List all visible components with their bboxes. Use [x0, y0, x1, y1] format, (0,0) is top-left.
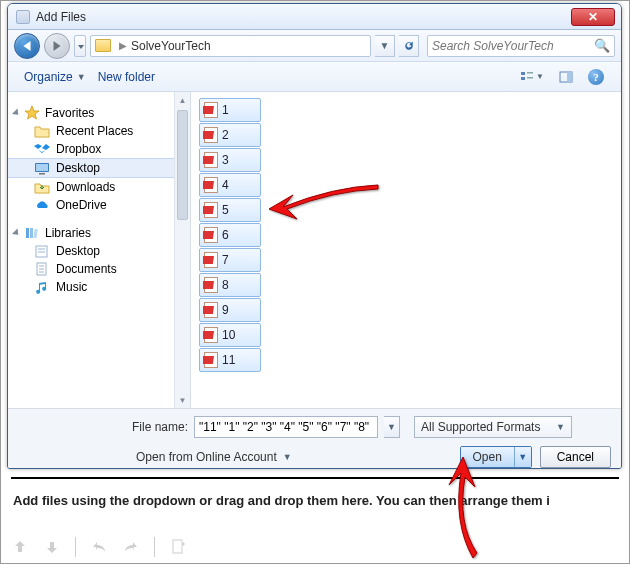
documents-icon	[34, 262, 50, 276]
separator	[75, 537, 76, 557]
folder-icon	[34, 124, 50, 138]
titlebar[interactable]: Add Files ✕	[8, 4, 621, 30]
nav-back-button[interactable]	[14, 33, 40, 59]
file-item[interactable]: 11	[199, 348, 261, 372]
pdf-icon	[204, 277, 218, 293]
file-item[interactable]: 2	[199, 123, 261, 147]
tree-item-label: Music	[56, 280, 87, 294]
pdf-icon	[204, 352, 218, 368]
preview-pane-icon	[559, 70, 573, 84]
help-button[interactable]: ?	[581, 66, 611, 88]
refresh-button[interactable]	[399, 35, 419, 57]
undo-icon	[90, 538, 108, 556]
tree-item-recent-places[interactable]: Recent Places	[8, 122, 190, 140]
nav-forward-button[interactable]	[44, 33, 70, 59]
cancel-button[interactable]: Cancel	[540, 446, 611, 468]
scroll-down-icon[interactable]: ▼	[175, 392, 190, 408]
tree-item-lib-desktop[interactable]: Desktop	[8, 242, 190, 260]
address-dropdown[interactable]: ▼	[375, 35, 395, 57]
organize-label: Organize	[24, 70, 73, 84]
scroll-thumb[interactable]	[177, 110, 188, 220]
svg-rect-6	[567, 72, 572, 82]
tree-item-downloads[interactable]: Downloads	[8, 178, 190, 196]
file-item[interactable]: 8	[199, 273, 261, 297]
file-item[interactable]: 6	[199, 223, 261, 247]
svg-rect-1	[521, 72, 525, 75]
pdf-icon	[204, 252, 218, 268]
instruction-text: Add files using the dropdown or drag and…	[13, 493, 550, 508]
nav-tree[interactable]: Favorites Recent Places Dropbox Desktop …	[8, 92, 191, 408]
tree-favorites-header[interactable]: Favorites	[8, 104, 190, 122]
dropbox-icon	[34, 142, 50, 156]
close-button[interactable]: ✕	[571, 8, 615, 26]
tree-item-label: Documents	[56, 262, 117, 276]
file-item[interactable]: 5	[199, 198, 261, 222]
pdf-icon	[204, 302, 218, 318]
address-bar[interactable]: ▶ SolveYourTech	[90, 35, 371, 57]
pdf-icon	[204, 327, 218, 343]
file-item[interactable]: 3	[199, 148, 261, 172]
svg-rect-11	[30, 228, 33, 238]
tree-item-dropbox[interactable]: Dropbox	[8, 140, 190, 158]
tree-scrollbar[interactable]: ▲ ▼	[174, 92, 190, 408]
nav-history-dropdown[interactable]	[74, 35, 86, 57]
new-folder-button[interactable]: New folder	[92, 66, 161, 88]
tree-item-lib-music[interactable]: Music	[8, 278, 190, 296]
tree-libraries-header[interactable]: Libraries	[8, 224, 190, 242]
chevron-down-icon: ▼	[556, 422, 565, 432]
open-button[interactable]: Open ▼	[460, 446, 532, 468]
libraries-label: Libraries	[45, 226, 91, 240]
tree-item-lib-documents[interactable]: Documents	[8, 260, 190, 278]
file-item[interactable]: 1	[199, 98, 261, 122]
open-split-dropdown[interactable]: ▼	[515, 447, 531, 467]
view-menu[interactable]: ▼	[513, 66, 551, 88]
search-input[interactable]	[432, 39, 592, 53]
file-list-pane[interactable]: 1234567891011	[191, 92, 621, 408]
filter-label: All Supported Formats	[421, 420, 540, 434]
filename-history-dropdown[interactable]: ▼	[384, 416, 400, 438]
open-label: Open	[472, 450, 501, 464]
chevron-down-icon: ▼	[77, 72, 86, 82]
help-icon: ?	[588, 69, 604, 85]
dialog-bottom: File name: ▼ All Supported Formats ▼ Ope…	[8, 408, 621, 468]
scroll-up-icon[interactable]: ▲	[175, 92, 190, 108]
organize-menu[interactable]: Organize ▼	[18, 66, 92, 88]
file-item[interactable]: 9	[199, 298, 261, 322]
tree-item-desktop[interactable]: Desktop	[8, 158, 190, 178]
file-item[interactable]: 10	[199, 323, 261, 347]
file-name: 2	[222, 128, 229, 142]
svg-rect-12	[33, 229, 37, 238]
svg-rect-10	[26, 228, 29, 238]
file-name: 11	[222, 353, 235, 367]
file-item[interactable]: 7	[199, 248, 261, 272]
file-type-filter[interactable]: All Supported Formats ▼	[414, 416, 572, 438]
filename-label: File name:	[18, 420, 188, 434]
svg-rect-4	[527, 77, 533, 79]
online-label: Open from Online Account	[136, 450, 277, 464]
tree-item-label: OneDrive	[56, 198, 107, 212]
download-icon	[43, 538, 61, 556]
file-name: 5	[222, 203, 229, 217]
open-online-account[interactable]: Open from Online Account ▼	[136, 450, 292, 464]
search-box[interactable]: 🔍	[427, 35, 615, 57]
file-name: 3	[222, 153, 229, 167]
host-toolbar	[11, 537, 187, 557]
nav-row: ▶ SolveYourTech ▼ 🔍	[8, 30, 621, 62]
svg-rect-3	[527, 72, 533, 74]
chevron-right-icon: ▶	[119, 40, 127, 51]
window-title: Add Files	[36, 10, 571, 24]
expand-icon	[12, 108, 21, 117]
favorites-label: Favorites	[45, 106, 94, 120]
file-item[interactable]: 4	[199, 173, 261, 197]
preview-pane-button[interactable]	[551, 66, 581, 88]
filename-input[interactable]	[194, 416, 378, 438]
pdf-icon	[204, 177, 218, 193]
tree-item-onedrive[interactable]: OneDrive	[8, 196, 190, 214]
file-dialog: Add Files ✕ ▶ SolveYourTech ▼ 🔍 Organize…	[7, 3, 622, 469]
toolbar: Organize ▼ New folder ▼ ?	[8, 62, 621, 92]
divider	[11, 477, 619, 479]
tree-item-label: Downloads	[56, 180, 115, 194]
tree-item-label: Desktop	[56, 161, 100, 175]
desktop-icon	[34, 244, 50, 258]
file-name: 10	[222, 328, 235, 342]
